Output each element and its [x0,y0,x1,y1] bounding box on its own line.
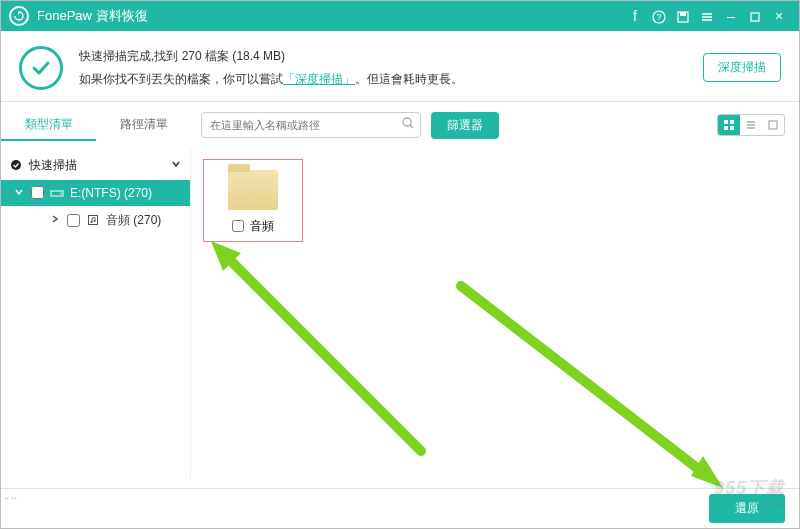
watermark-sub: ·com [714,500,785,510]
minimize-icon[interactable]: – [719,8,743,24]
grid-view-icon[interactable] [718,115,740,135]
tab-type-list[interactable]: 類型清單 [1,110,96,141]
filter-button[interactable]: 篩選器 [431,112,499,139]
titlebar: FonePaw 資料恢復 f ? – × [1,1,799,31]
success-check-icon [19,46,63,90]
status-file-count: 270 [182,49,202,63]
drive-icon [50,186,64,200]
deep-scan-link[interactable]: 「深度掃描」 [283,72,355,86]
search-input[interactable] [201,112,421,138]
status-line1-suffix: ) [281,49,285,63]
status-line1-mid: 檔案 ( [202,49,237,63]
svg-rect-14 [730,126,734,130]
chevron-down-icon[interactable] [13,186,25,200]
folder-label: 音頻 [250,218,274,235]
toolbar: 類型清單 路徑清單 篩選器 [1,102,799,147]
save-icon[interactable] [671,8,695,24]
search-icon[interactable] [401,116,415,134]
svg-text:?: ? [656,12,661,22]
search-wrap [201,112,421,138]
svg-point-21 [60,192,62,194]
list-view-icon[interactable] [740,115,762,135]
folder-card[interactable]: 音頻 [203,159,303,242]
svg-rect-13 [724,126,728,130]
menu-icon[interactable] [695,8,719,24]
svg-point-24 [94,220,96,222]
tree-root-quick-scan[interactable]: 快速掃描 [1,151,190,180]
watermark-main: 955下载 [714,478,785,498]
status-text: 快速掃描完成,找到 270 檔案 (18.4 MB) 如果你找不到丟失的檔案，你… [79,45,703,91]
svg-line-10 [410,125,413,128]
chevron-right-icon[interactable] [49,213,61,227]
maximize-icon[interactable] [743,8,767,24]
svg-point-23 [91,221,93,223]
tabs: 類型清單 路徑清單 [1,110,191,141]
status-line2-suffix: 。但這會耗時更長。 [355,72,463,86]
svg-rect-22 [89,216,98,225]
svg-rect-4 [680,12,686,16]
view-toggle [717,114,785,136]
audio-icon [86,213,100,227]
status-row: 快速掃描完成,找到 270 檔案 (18.4 MB) 如果你找不到丟失的檔案，你… [1,31,799,101]
footer: 還原 [1,488,799,528]
svg-rect-8 [751,13,759,21]
svg-rect-12 [730,120,734,124]
folder-icon [228,170,278,210]
tree-root-label: 快速掃描 [29,157,164,174]
folder-checkbox[interactable] [232,220,244,232]
deep-scan-button[interactable]: 深度掃描 [703,53,781,82]
help-icon[interactable]: ? [647,8,671,24]
svg-rect-11 [724,120,728,124]
corner-artifact: ¨ ˙˙ [5,497,18,508]
facebook-icon[interactable]: f [623,8,647,24]
svg-point-19 [11,160,21,170]
tab-path-list[interactable]: 路徑清單 [96,110,191,141]
app-logo-icon [9,6,29,26]
audio-checkbox[interactable] [67,214,80,227]
detail-view-icon[interactable] [762,115,784,135]
watermark: 955下载 ·com [714,476,785,510]
drive-checkbox[interactable] [31,186,44,199]
tree-child-audio[interactable]: 音頻 (270) [1,206,190,235]
check-circle-icon [9,158,23,172]
body: 快速掃描 E:(NTFS) (270) 音頻 (270) [1,147,799,479]
sidebar: 快速掃描 E:(NTFS) (270) 音頻 (270) [1,147,191,479]
status-size: 18.4 MB [236,49,281,63]
status-line1-prefix: 快速掃描完成,找到 [79,49,182,63]
tree-drive-label: E:(NTFS) (270) [70,186,152,200]
app-title: FonePaw 資料恢復 [37,7,623,25]
content-area: 音頻 [191,147,799,479]
svg-rect-18 [769,121,777,129]
tree-drive[interactable]: E:(NTFS) (270) [1,180,190,206]
tree-child-label: 音頻 (270) [106,212,161,229]
chevron-down-icon[interactable] [170,158,182,172]
status-line2-prefix: 如果你找不到丟失的檔案，你可以嘗試 [79,72,283,86]
close-icon[interactable]: × [767,8,791,24]
svg-point-9 [403,118,411,126]
